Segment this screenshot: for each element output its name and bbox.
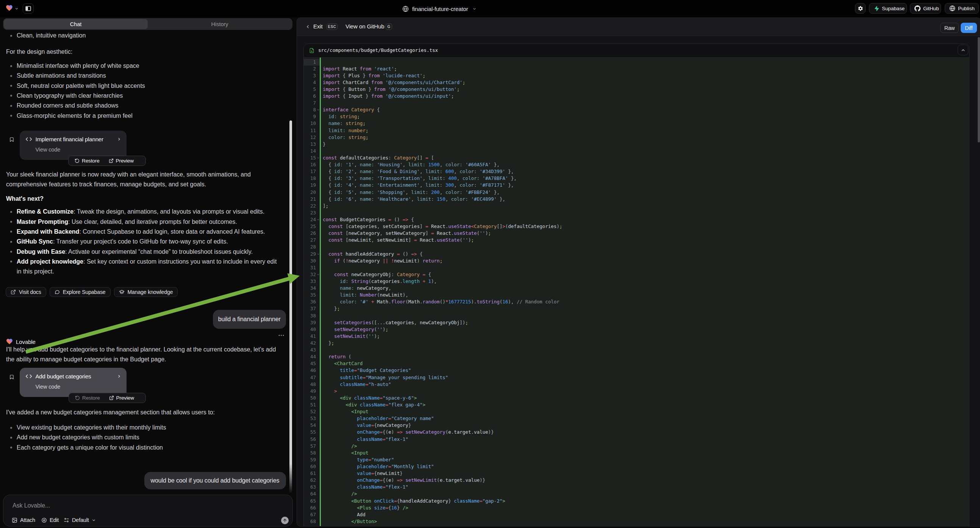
restore-button[interactable]: Restore	[82, 395, 100, 401]
supabase-button[interactable]: Supabase	[869, 3, 907, 14]
esc-key-badge: ESC	[326, 24, 337, 30]
preview-button[interactable]: Preview	[116, 395, 134, 401]
fold-chevron-icon[interactable]	[317, 108, 320, 111]
code-line-text: onChange={(e) => setNewLimit(e.target.va…	[320, 477, 485, 484]
diff-toggle-button[interactable]: Diff	[961, 23, 977, 33]
code-line-text: placeholder="Monthly limit"	[320, 463, 434, 470]
fold-chevron-icon[interactable]	[317, 273, 320, 276]
lovable-heart-icon[interactable]	[5, 4, 13, 12]
code-scrollbar[interactable]	[978, 37, 980, 142]
code-token	[374, 299, 377, 305]
mode-select[interactable]: Default	[64, 517, 96, 523]
line-number: 54	[304, 422, 320, 429]
view-code-link[interactable]: View code	[36, 146, 121, 153]
line-number: 8	[304, 107, 320, 113]
manage-knowledge-button[interactable]: Manage knowledge	[114, 287, 178, 297]
ellipsis-icon[interactable]	[278, 334, 284, 336]
code-token: ,	[440, 162, 445, 167]
fold-chevron-icon[interactable]	[317, 218, 320, 221]
line-number: 16	[304, 161, 320, 168]
chevron-right-icon	[117, 374, 121, 379]
view-on-github-button[interactable]: View on GitHub	[345, 23, 385, 30]
tab-history[interactable]: History	[148, 19, 292, 29]
code-line: 35 limit: Number(newLimit),	[304, 292, 969, 299]
code-line: 3import { Plus } from 'lucide-react';	[304, 72, 969, 79]
attach-button[interactable]: Attach	[12, 517, 35, 523]
edit-button[interactable]: Edit	[41, 517, 59, 523]
code-token: newCategory	[377, 422, 408, 428]
code-token: categories	[386, 320, 414, 325]
project-switcher[interactable]: financial-future-creator	[402, 4, 477, 14]
code-token: import	[323, 66, 343, 72]
chevron-down-icon[interactable]	[15, 7, 19, 11]
sidebar-toggle-button[interactable]	[23, 3, 34, 14]
code-line: 55 onChange={(e) => setNewCategory(e.tar…	[304, 429, 969, 436]
send-button[interactable]	[281, 517, 289, 524]
code-token: 'lucide-react'	[383, 73, 422, 78]
code-area[interactable]: 12import React from 'react';3import { Pl…	[304, 57, 969, 526]
preview-button[interactable]: Preview	[116, 158, 134, 164]
code-token: '5'	[345, 189, 354, 195]
code-line: 46 title="Budget Categories"	[304, 367, 969, 374]
code-line: 56 className="flex-1"	[304, 436, 969, 443]
image-icon	[12, 517, 18, 523]
code-token: {	[343, 86, 348, 92]
code-token: 'Food & Dining'	[377, 169, 420, 174]
code-token	[323, 471, 357, 476]
user-message-bubble: would be cool if you could add budget ca…	[144, 472, 286, 489]
bullet-dot	[10, 437, 12, 439]
code-line: 33 id: String(categories.length + 1),	[304, 278, 969, 285]
code-token: =	[480, 498, 483, 504]
view-code-link[interactable]: View code	[36, 384, 121, 390]
visit-docs-button[interactable]: Visit docs	[6, 287, 46, 297]
code-token: :	[388, 155, 394, 161]
restore-button[interactable]: Restore	[82, 158, 100, 164]
code-line: 52 <Input	[304, 408, 969, 415]
line-number: 68	[304, 518, 320, 525]
code-token: ),	[508, 299, 517, 305]
file-card: src/components/budget/BudgetCategories.t…	[304, 44, 969, 526]
code-token: +	[422, 278, 425, 284]
code-line: 11 limit: number;	[304, 127, 969, 134]
raw-toggle-button[interactable]: Raw	[940, 23, 959, 33]
code-line-text: }	[320, 141, 326, 148]
code-line: 45 <ChartCard	[304, 360, 969, 367]
code-token: )	[557, 223, 560, 229]
supabase-bolt-icon	[873, 6, 879, 11]
collapse-button[interactable]	[958, 45, 968, 55]
composer-input[interactable]: Ask Lovable...	[13, 502, 50, 509]
code-token: },	[496, 196, 505, 202]
exit-button[interactable]: Exit	[313, 23, 323, 30]
code-line: 21 { id: '6', name: 'Healthcare', limit:…	[304, 196, 969, 203]
code-token: 16	[502, 299, 508, 305]
tab-chat[interactable]: Chat	[4, 19, 148, 29]
panel-left-icon	[25, 5, 32, 12]
code-line: 60 placeholder="Monthly limit"	[304, 463, 969, 470]
fold-chevron-icon[interactable]	[317, 253, 320, 256]
line-number: 7	[304, 100, 320, 107]
code-token: )	[485, 230, 488, 236]
bookmark-icon[interactable]	[9, 374, 14, 381]
code-token: newCategory	[348, 230, 380, 236]
code-token: ()	[440, 299, 445, 305]
chat-scrollbar[interactable]	[290, 121, 292, 493]
code-line: 14	[304, 148, 969, 154]
code-token: =>	[402, 217, 411, 222]
settings-button[interactable]	[855, 3, 865, 14]
code-token: Category	[351, 107, 374, 113]
code-token: import	[323, 93, 343, 99]
code-token: =>	[397, 429, 406, 435]
fold-chevron-icon[interactable]	[317, 156, 320, 159]
code-token: ;	[440, 258, 443, 264]
publish-button[interactable]: Publish	[945, 3, 979, 14]
code-token: </Button>	[351, 518, 377, 524]
code-token	[323, 320, 334, 325]
bullet-dot	[10, 85, 12, 87]
line-number: 23	[304, 210, 320, 216]
github-button[interactable]: GitHub	[910, 3, 941, 14]
code-token: ;	[326, 203, 329, 209]
code-token: const	[328, 251, 345, 257]
code-token: ),	[431, 278, 437, 284]
bookmark-icon[interactable]	[9, 136, 14, 143]
explore-supabase-button[interactable]: Explore Supabase	[49, 287, 111, 297]
